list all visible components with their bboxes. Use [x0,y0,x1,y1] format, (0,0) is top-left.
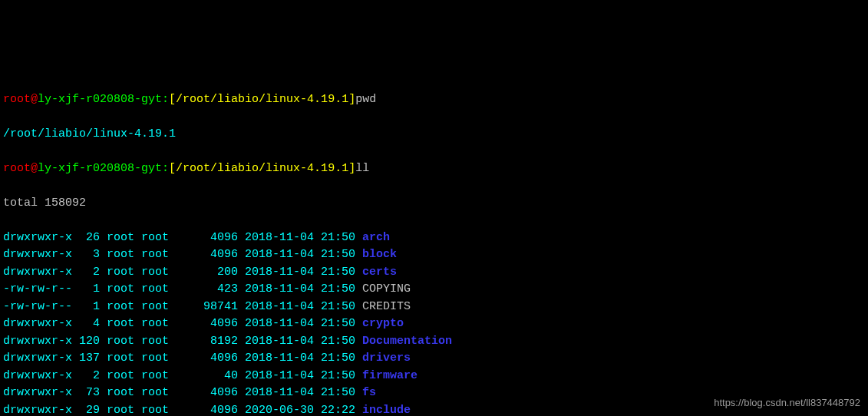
file-perms: drwxrwxr-x [3,369,72,382]
prompt-user: root [3,93,31,106]
file-perms: drwxrwxr-x [3,352,72,365]
watermark: https://blog.csdn.net/ll837448792 [714,395,860,411]
file-row: drwxrwxr-x 4 root root 4096 2018-11-04 2… [3,315,865,333]
file-perms: drwxrwxr-x [3,266,72,279]
file-name: COPYING [362,282,411,295]
command-ll: ll [355,162,369,175]
prompt-at: @ [31,93,38,106]
prompt-host: ly-xjf-r020808-gyt [38,93,162,106]
prompt-colon: : [162,162,169,175]
terminal-output[interactable]: root@ly-xjf-r020808-gyt:[/root/liabio/li… [3,74,865,416]
prompt-lbracket: [ [169,93,176,106]
file-row: drwxrwxr-x 3 root root 4096 2018-11-04 2… [3,246,865,264]
prompt-user: root [3,162,31,175]
prompt-line-1: root@ly-xjf-r020808-gyt:[/root/liabio/li… [3,91,865,109]
file-name: certs [362,266,397,279]
file-meta: 26 root root 4096 2018-11-04 21:50 [72,231,362,244]
file-meta: 120 root root 8192 2018-11-04 21:50 [72,335,362,348]
file-name: crypto [362,317,404,330]
file-row: drwxrwxr-x 26 root root 4096 2018-11-04 … [3,229,865,247]
file-row: -rw-rw-r-- 1 root root 98741 2018-11-04 … [3,299,865,316]
command-pwd: pwd [355,93,376,106]
file-perms: drwxrwxr-x [3,386,72,399]
file-listing: drwxrwxr-x 26 root root 4096 2018-11-04 … [3,229,865,417]
file-perms: -rw-rw-r-- [3,300,72,313]
file-perms: drwxrwxr-x [3,317,72,330]
file-meta: 1 root root 98741 2018-11-04 21:50 [72,300,362,313]
pwd-output: /root/liabio/linux-4.19.1 [3,126,865,144]
file-meta: 2 root root 40 2018-11-04 21:50 [72,369,362,382]
file-name: Documentation [362,335,452,348]
file-meta: 29 root root 4096 2020-06-30 22:22 [72,404,362,417]
file-name: firmware [362,369,417,382]
prompt-host: ly-xjf-r020808-gyt [38,162,162,175]
prompt-colon: : [162,93,169,106]
file-row: drwxrwxr-x 2 root root 200 2018-11-04 21… [3,264,865,282]
file-name: drivers [362,352,411,365]
file-meta: 2 root root 200 2018-11-04 21:50 [72,266,362,279]
prompt-path: /root/liabio/linux-4.19.1 [176,162,348,175]
file-row: drwxrwxr-x 120 root root 8192 2018-11-04… [3,333,865,351]
file-name: fs [362,386,376,399]
file-meta: 137 root root 4096 2018-11-04 21:50 [72,352,362,365]
file-perms: drwxrwxr-x [3,248,72,261]
file-row: -rw-rw-r-- 1 root root 423 2018-11-04 21… [3,281,865,299]
file-name: arch [362,231,390,244]
prompt-lbracket: [ [169,162,176,175]
file-meta: 73 root root 4096 2018-11-04 21:50 [72,386,362,399]
file-meta: 1 root root 423 2018-11-04 21:50 [72,282,362,295]
prompt-path: /root/liabio/linux-4.19.1 [176,93,348,106]
file-name: CREDITS [362,300,411,313]
file-perms: -rw-rw-r-- [3,282,72,295]
total-line: total 158092 [3,195,865,213]
prompt-line-2: root@ly-xjf-r020808-gyt:[/root/liabio/li… [3,160,865,178]
prompt-rbracket: ] [348,93,355,106]
file-row: drwxrwxr-x 137 root root 4096 2018-11-04… [3,350,865,368]
file-perms: drwxrwxr-x [3,231,72,244]
file-row: drwxrwxr-x 2 root root 40 2018-11-04 21:… [3,368,865,385]
file-perms: drwxrwxr-x [3,404,72,417]
prompt-at: @ [31,162,38,175]
file-meta: 4 root root 4096 2018-11-04 21:50 [72,317,362,330]
file-meta: 3 root root 4096 2018-11-04 21:50 [72,248,362,261]
file-name: include [362,404,411,417]
file-perms: drwxrwxr-x [3,335,72,348]
file-name: block [362,248,397,261]
prompt-rbracket: ] [348,162,355,175]
